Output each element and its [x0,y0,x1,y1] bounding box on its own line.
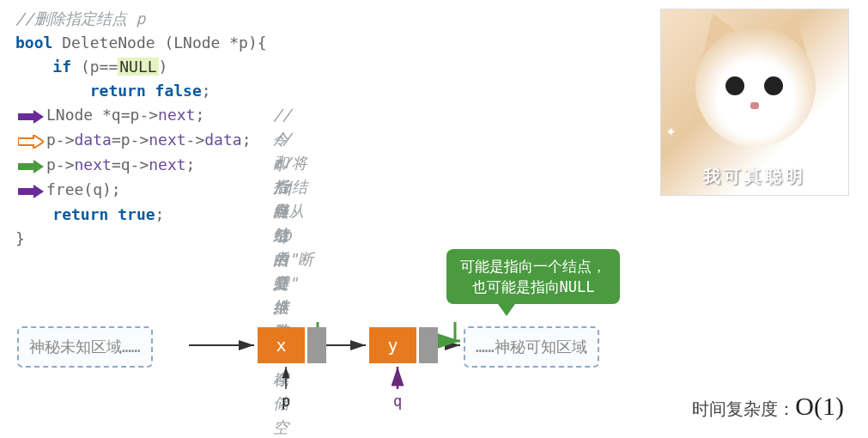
linked-list-diagram: 神秘未知区域…… x y ……神秘可知区域 p q [17,322,635,399]
code-line-func: bool DeleteNode (LNode *p){ [15,31,267,55]
code-line-free: free(q); [15,178,267,203]
pointer-label-p: p [282,392,290,410]
arrow-solid-purple-icon [18,110,44,124]
diagram-node-y: y [369,327,438,363]
code-line-return-false: return false; [15,79,267,103]
code-block: //删除指定结点 p bool DeleteNode (LNode *p){ i… [15,7,267,251]
diagram-left-region: 神秘未知区域…… [17,326,153,368]
svg-marker-3 [18,185,44,198]
code-line-if: if (p==NULL) [15,55,267,79]
node-x-ptr [307,327,326,363]
svg-marker-0 [18,110,44,124]
code-line-close: } [15,227,267,251]
cat-caption: 我可真聪明 [703,165,806,188]
diagram-node-x: x [258,327,326,363]
arrow-solid-purple-icon [18,185,44,198]
node-y-ptr [419,327,438,363]
code-line-p-next: p->next=q->next; [15,153,267,178]
node-x-data: x [258,327,307,363]
arrow-solid-green-icon [18,160,44,173]
node-y-data: y [369,327,419,363]
pointer-label-q: q [393,392,402,410]
complexity-label: 时间复杂度： [692,398,795,419]
code-line-swap-data: p->data=p->next->data; [15,128,267,153]
time-complexity: 时间复杂度：O(1) [692,392,844,421]
code-line-q-decl: LNode *q=p->next; [15,103,267,128]
speech-bubble: 可能是指向一个结点， 也可能是指向NULL [446,249,620,304]
bubble-line-2: 也可能是指向NULL [460,277,606,297]
complexity-value: O(1) [795,392,844,420]
arrow-hollow-orange-icon [18,135,44,149]
svg-marker-1 [18,135,44,149]
cat-meme-image: ✦ ✦ 我可真聪明 [660,9,849,196]
code-line-return-true: return true; [15,203,267,227]
svg-marker-2 [18,160,44,173]
diagram-right-region: ……神秘可知区域 [464,326,599,368]
null-literal: NULL [118,58,158,76]
bubble-line-1: 可能是指向一个结点， [460,256,606,277]
code-comment-header: //删除指定结点 p [15,9,145,27]
